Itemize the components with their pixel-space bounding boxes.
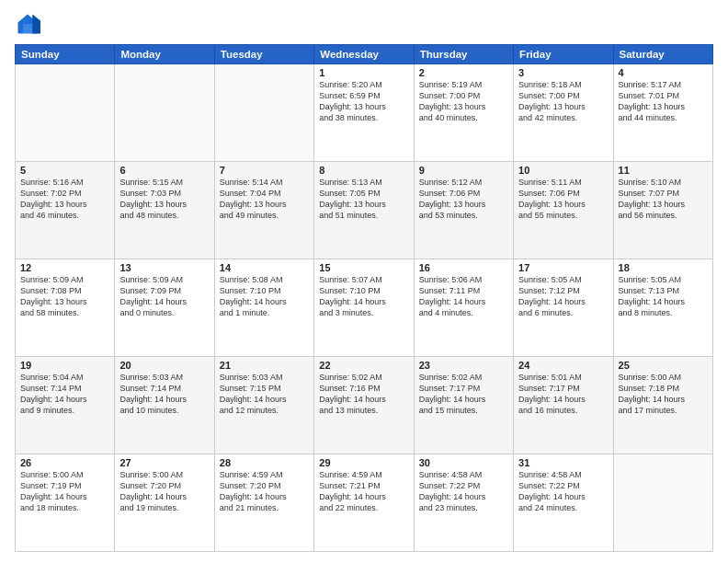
dow-header: Thursday bbox=[414, 45, 513, 64]
day-info: Sunrise: 5:12 AM Sunset: 7:06 PM Dayligh… bbox=[419, 177, 508, 222]
day-number: 8 bbox=[319, 165, 408, 176]
calendar-cell: 14Sunrise: 5:08 AM Sunset: 7:10 PM Dayli… bbox=[214, 259, 313, 357]
day-info: Sunrise: 5:18 AM Sunset: 7:00 PM Dayligh… bbox=[518, 79, 608, 124]
calendar-cell: 6Sunrise: 5:15 AM Sunset: 7:03 PM Daylig… bbox=[115, 162, 214, 259]
day-number: 11 bbox=[619, 165, 708, 176]
calendar-week-row: 5Sunrise: 5:16 AM Sunset: 7:02 PM Daylig… bbox=[16, 162, 713, 259]
day-number: 1 bbox=[319, 67, 408, 78]
day-number: 15 bbox=[319, 262, 408, 273]
calendar-cell: 30Sunrise: 4:58 AM Sunset: 7:22 PM Dayli… bbox=[414, 454, 513, 552]
day-number: 10 bbox=[518, 165, 608, 176]
calendar-cell: 8Sunrise: 5:13 AM Sunset: 7:05 PM Daylig… bbox=[314, 162, 414, 259]
day-number: 24 bbox=[518, 360, 608, 371]
day-number: 17 bbox=[518, 262, 608, 273]
day-info: Sunrise: 5:03 AM Sunset: 7:15 PM Dayligh… bbox=[220, 372, 309, 417]
day-info: Sunrise: 5:11 AM Sunset: 7:06 PM Dayligh… bbox=[518, 177, 608, 222]
day-number: 9 bbox=[419, 165, 508, 176]
calendar-cell: 18Sunrise: 5:05 AM Sunset: 7:13 PM Dayli… bbox=[613, 259, 712, 357]
day-info: Sunrise: 5:00 AM Sunset: 7:18 PM Dayligh… bbox=[619, 372, 708, 417]
calendar-cell: 1Sunrise: 5:20 AM Sunset: 6:59 PM Daylig… bbox=[314, 64, 414, 162]
calendar-cell: 7Sunrise: 5:14 AM Sunset: 7:04 PM Daylig… bbox=[214, 162, 313, 259]
calendar-cell bbox=[115, 64, 214, 162]
day-info: Sunrise: 5:09 AM Sunset: 7:08 PM Dayligh… bbox=[20, 274, 109, 319]
day-info: Sunrise: 5:14 AM Sunset: 7:04 PM Dayligh… bbox=[220, 177, 309, 222]
calendar-cell bbox=[613, 454, 712, 552]
svg-marker-1 bbox=[32, 15, 40, 34]
calendar-cell: 3Sunrise: 5:18 AM Sunset: 7:00 PM Daylig… bbox=[514, 64, 613, 162]
days-of-week-row: SundayMondayTuesdayWednesdayThursdayFrid… bbox=[16, 45, 713, 64]
day-number: 6 bbox=[119, 165, 209, 176]
calendar-cell: 27Sunrise: 5:00 AM Sunset: 7:20 PM Dayli… bbox=[115, 454, 214, 552]
day-info: Sunrise: 5:04 AM Sunset: 7:14 PM Dayligh… bbox=[20, 372, 109, 417]
calendar-week-row: 19Sunrise: 5:04 AM Sunset: 7:14 PM Dayli… bbox=[16, 357, 713, 454]
day-number: 23 bbox=[419, 360, 508, 371]
calendar-cell: 24Sunrise: 5:01 AM Sunset: 7:17 PM Dayli… bbox=[514, 357, 613, 454]
day-info: Sunrise: 5:00 AM Sunset: 7:20 PM Dayligh… bbox=[119, 469, 209, 514]
calendar-page: SundayMondayTuesdayWednesdayThursdayFrid… bbox=[0, 0, 728, 563]
calendar-cell: 17Sunrise: 5:05 AM Sunset: 7:12 PM Dayli… bbox=[514, 259, 613, 357]
calendar-cell: 9Sunrise: 5:12 AM Sunset: 7:06 PM Daylig… bbox=[414, 162, 513, 259]
day-info: Sunrise: 5:06 AM Sunset: 7:11 PM Dayligh… bbox=[419, 274, 508, 319]
day-number: 20 bbox=[119, 360, 209, 371]
dow-header: Sunday bbox=[16, 45, 115, 64]
day-number: 22 bbox=[319, 360, 408, 371]
day-info: Sunrise: 4:58 AM Sunset: 7:22 PM Dayligh… bbox=[518, 469, 608, 514]
calendar-table: SundayMondayTuesdayWednesdayThursdayFrid… bbox=[15, 44, 713, 552]
calendar-cell: 13Sunrise: 5:09 AM Sunset: 7:09 PM Dayli… bbox=[115, 259, 214, 357]
calendar-week-row: 1Sunrise: 5:20 AM Sunset: 6:59 PM Daylig… bbox=[16, 64, 713, 162]
calendar-cell: 10Sunrise: 5:11 AM Sunset: 7:06 PM Dayli… bbox=[514, 162, 613, 259]
day-info: Sunrise: 5:03 AM Sunset: 7:14 PM Dayligh… bbox=[119, 372, 209, 417]
day-info: Sunrise: 5:00 AM Sunset: 7:19 PM Dayligh… bbox=[20, 469, 109, 514]
day-number: 29 bbox=[319, 457, 408, 468]
dow-header: Tuesday bbox=[214, 45, 313, 64]
day-info: Sunrise: 5:05 AM Sunset: 7:13 PM Dayligh… bbox=[619, 274, 708, 319]
day-number: 16 bbox=[419, 262, 508, 273]
day-info: Sunrise: 5:07 AM Sunset: 7:10 PM Dayligh… bbox=[319, 274, 408, 319]
day-number: 30 bbox=[419, 457, 508, 468]
calendar-cell: 26Sunrise: 5:00 AM Sunset: 7:19 PM Dayli… bbox=[16, 454, 115, 552]
calendar-cell bbox=[16, 64, 115, 162]
day-number: 21 bbox=[220, 360, 309, 371]
dow-header: Saturday bbox=[613, 45, 712, 64]
day-number: 12 bbox=[20, 262, 109, 273]
calendar-cell bbox=[214, 64, 313, 162]
calendar-cell: 23Sunrise: 5:02 AM Sunset: 7:17 PM Dayli… bbox=[414, 357, 513, 454]
calendar-cell: 2Sunrise: 5:19 AM Sunset: 7:00 PM Daylig… bbox=[414, 64, 513, 162]
calendar-cell: 5Sunrise: 5:16 AM Sunset: 7:02 PM Daylig… bbox=[16, 162, 115, 259]
day-info: Sunrise: 5:10 AM Sunset: 7:07 PM Dayligh… bbox=[619, 177, 708, 222]
calendar-cell: 19Sunrise: 5:04 AM Sunset: 7:14 PM Dayli… bbox=[16, 357, 115, 454]
calendar-cell: 15Sunrise: 5:07 AM Sunset: 7:10 PM Dayli… bbox=[314, 259, 414, 357]
calendar-cell: 16Sunrise: 5:06 AM Sunset: 7:11 PM Dayli… bbox=[414, 259, 513, 357]
svg-rect-2 bbox=[23, 24, 33, 34]
dow-header: Monday bbox=[115, 45, 214, 64]
calendar-week-row: 26Sunrise: 5:00 AM Sunset: 7:19 PM Dayli… bbox=[16, 454, 713, 552]
calendar-cell: 11Sunrise: 5:10 AM Sunset: 7:07 PM Dayli… bbox=[613, 162, 712, 259]
day-info: Sunrise: 5:09 AM Sunset: 7:09 PM Dayligh… bbox=[119, 274, 209, 319]
day-info: Sunrise: 4:59 AM Sunset: 7:20 PM Dayligh… bbox=[220, 469, 309, 514]
day-info: Sunrise: 5:19 AM Sunset: 7:00 PM Dayligh… bbox=[419, 79, 508, 124]
day-number: 19 bbox=[20, 360, 109, 371]
calendar-cell: 31Sunrise: 4:58 AM Sunset: 7:22 PM Dayli… bbox=[514, 454, 613, 552]
calendar-cell: 20Sunrise: 5:03 AM Sunset: 7:14 PM Dayli… bbox=[115, 357, 214, 454]
logo-icon bbox=[15, 11, 40, 37]
day-number: 31 bbox=[518, 457, 608, 468]
day-info: Sunrise: 5:02 AM Sunset: 7:17 PM Dayligh… bbox=[419, 372, 508, 417]
day-info: Sunrise: 4:59 AM Sunset: 7:21 PM Dayligh… bbox=[319, 469, 408, 514]
day-info: Sunrise: 5:02 AM Sunset: 7:16 PM Dayligh… bbox=[319, 372, 408, 417]
day-number: 5 bbox=[20, 165, 109, 176]
calendar-week-row: 12Sunrise: 5:09 AM Sunset: 7:08 PM Dayli… bbox=[16, 259, 713, 357]
logo bbox=[15, 11, 44, 37]
calendar-cell: 22Sunrise: 5:02 AM Sunset: 7:16 PM Dayli… bbox=[314, 357, 414, 454]
day-number: 3 bbox=[518, 67, 608, 78]
calendar-cell: 29Sunrise: 4:59 AM Sunset: 7:21 PM Dayli… bbox=[314, 454, 414, 552]
calendar-cell: 4Sunrise: 5:17 AM Sunset: 7:01 PM Daylig… bbox=[613, 64, 712, 162]
day-info: Sunrise: 5:13 AM Sunset: 7:05 PM Dayligh… bbox=[319, 177, 408, 222]
day-info: Sunrise: 5:01 AM Sunset: 7:17 PM Dayligh… bbox=[518, 372, 608, 417]
day-number: 4 bbox=[619, 67, 708, 78]
day-number: 28 bbox=[220, 457, 309, 468]
day-info: Sunrise: 5:08 AM Sunset: 7:10 PM Dayligh… bbox=[220, 274, 309, 319]
day-info: Sunrise: 5:20 AM Sunset: 6:59 PM Dayligh… bbox=[319, 79, 408, 124]
day-number: 18 bbox=[619, 262, 708, 273]
calendar-cell: 12Sunrise: 5:09 AM Sunset: 7:08 PM Dayli… bbox=[16, 259, 115, 357]
header bbox=[15, 11, 713, 37]
